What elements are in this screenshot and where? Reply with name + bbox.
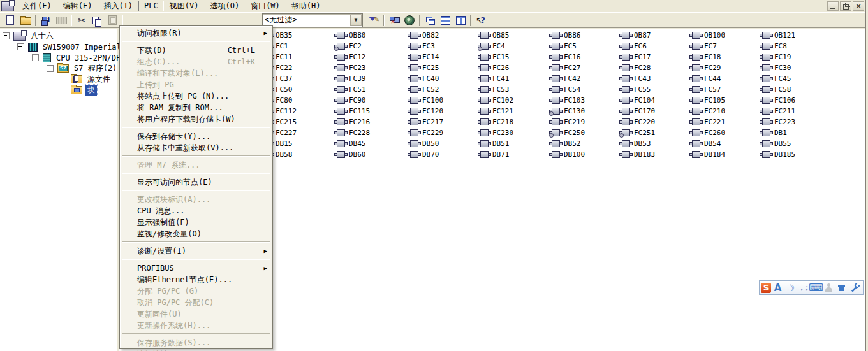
block-item[interactable]: FC41 [480, 75, 510, 83]
block-item[interactable]: FC120 [410, 107, 443, 115]
keyboard-icon[interactable]: ⌨ [810, 282, 822, 294]
block-item[interactable]: OB86 [552, 31, 581, 39]
tree-item[interactable]: 源文件 [0, 74, 117, 85]
block-item[interactable]: FC115 [337, 107, 370, 115]
menu-item[interactable]: 更改模块标识(A)... [121, 194, 272, 205]
block-item[interactable]: FC223 [762, 118, 795, 126]
block-item[interactable]: FC44 [692, 75, 721, 83]
help-button[interactable] [473, 13, 489, 27]
tile-vertical-button[interactable] [453, 13, 468, 27]
menu-item[interactable]: 将 RAM 复制到 ROM... [121, 102, 272, 113]
restore-button[interactable] [840, 1, 851, 11]
block-item[interactable]: FC57 [692, 85, 721, 94]
menu-options[interactable]: 选项(O) [204, 1, 245, 11]
block-item[interactable]: FC5 [552, 42, 577, 50]
block-item[interactable]: FC220 [622, 118, 655, 126]
block-item[interactable]: DB45 [337, 140, 366, 148]
moon-icon[interactable]: ☽ [783, 280, 798, 295]
block-item[interactable]: FC51 [337, 85, 366, 94]
block-item[interactable]: DB52 [552, 140, 581, 148]
menu-item[interactable]: 更新固件(U) [121, 308, 272, 320]
block-item[interactable]: FC43 [622, 75, 651, 83]
block-item[interactable]: FC121 [480, 107, 513, 115]
menu-file[interactable]: 文件(F) [17, 1, 57, 11]
expander-minus[interactable] [3, 32, 10, 39]
block-item[interactable]: OB100 [692, 31, 725, 39]
block-item[interactable]: OB80 [337, 31, 366, 39]
block-item[interactable]: FC6 [622, 42, 647, 50]
letter-a-icon[interactable]: A [772, 282, 784, 294]
menu-item[interactable]: 从存储卡中重新获取(V)... [121, 142, 272, 154]
menu-item[interactable]: 将站点上传到 PG (N)... [121, 90, 272, 102]
tile-horizontal-button[interactable] [438, 13, 453, 27]
block-item[interactable]: FC230 [480, 129, 513, 137]
menu-item[interactable]: 访问地址... [121, 348, 272, 351]
block-item[interactable]: FC105 [692, 96, 725, 104]
block-item[interactable]: OB85 [480, 31, 510, 39]
block-item[interactable]: DB50 [410, 140, 439, 148]
block-item[interactable]: DB185 [762, 150, 795, 159]
block-item[interactable]: FC250 [552, 129, 585, 137]
menu-item[interactable]: 显示强制值(F) [121, 217, 272, 228]
block-item[interactable]: FC218 [480, 118, 513, 126]
block-item[interactable]: FC170 [622, 107, 655, 115]
block-item[interactable]: FC23 [337, 64, 366, 72]
block-item[interactable]: DB1 [762, 129, 787, 137]
module-info-button[interactable] [402, 13, 417, 27]
filter-button[interactable] [366, 13, 381, 27]
block-item[interactable]: FC211 [762, 107, 795, 115]
tree-item[interactable]: 块 [0, 85, 117, 96]
block-item[interactable]: FC8 [762, 42, 787, 50]
tree-item[interactable]: CPU 315-2PN/DP [0, 52, 117, 63]
block-item[interactable]: FC29 [692, 64, 721, 72]
block-item[interactable]: FC130 [552, 107, 585, 115]
tree-item[interactable]: 八十六 [0, 31, 117, 41]
cascade-button[interactable] [422, 13, 438, 27]
block-item[interactable]: FC3 [410, 42, 435, 50]
minimize-button[interactable] [827, 1, 839, 11]
expander-minus[interactable] [17, 43, 24, 50]
menu-item[interactable]: 保存到存储卡(Y)... [121, 131, 272, 142]
memory-card-button[interactable] [54, 13, 69, 27]
tree-item[interactable]: S7 程序(2) [0, 63, 117, 74]
menu-item[interactable]: 诊断/设置(I)▶ [121, 245, 272, 257]
simulation-button[interactable] [386, 13, 402, 27]
expander-minus[interactable] [47, 65, 54, 72]
menu-plc[interactable]: PLC [138, 1, 164, 11]
menu-item[interactable]: 编译和下载对象(L)... [121, 68, 272, 79]
user-icon[interactable] [823, 282, 835, 294]
block-item[interactable]: FC30 [762, 64, 791, 72]
block-item[interactable]: OB87 [622, 31, 651, 39]
block-item[interactable]: FC219 [552, 118, 585, 126]
new-button[interactable] [3, 13, 18, 27]
block-item[interactable]: DB184 [692, 150, 725, 159]
menu-item[interactable]: 上传到 PG [121, 79, 272, 90]
block-item[interactable]: FC19 [762, 53, 791, 61]
tree-item[interactable]: SW159007 Imperial 3H [0, 41, 117, 52]
block-item[interactable]: FC14 [410, 53, 439, 61]
block-item[interactable]: FC2 [337, 42, 362, 50]
menu-item[interactable]: 监视/修改变量(O) [121, 228, 272, 240]
menu-item[interactable]: 访问权限(R)▶ [121, 27, 272, 39]
block-item[interactable]: DB60 [337, 150, 366, 159]
block-item[interactable]: FC103 [552, 96, 585, 104]
block-item[interactable]: FC16 [552, 53, 581, 61]
block-item[interactable]: DB71 [480, 150, 510, 159]
block-item[interactable]: DB54 [692, 140, 721, 148]
block-item[interactable]: FC28 [622, 64, 651, 72]
block-item[interactable]: FC260 [692, 129, 725, 137]
block-item[interactable]: FC7 [692, 42, 717, 50]
block-item[interactable]: DB70 [410, 150, 439, 159]
block-item[interactable]: FC17 [622, 53, 651, 61]
block-item[interactable]: FC55 [622, 85, 651, 94]
block-item[interactable]: FC221 [692, 118, 725, 126]
menu-item[interactable]: 组态(C)...Ctrl+K [121, 56, 272, 68]
filter-dropdown[interactable]: <无过滤> ▼ [262, 13, 363, 27]
block-item[interactable]: FC228 [337, 129, 370, 137]
menu-item[interactable]: 取消 PG/PC 分配(C) [121, 297, 272, 308]
block-item[interactable]: FC217 [410, 118, 443, 126]
menu-item[interactable]: 分配 PG/PC (G) [121, 285, 272, 297]
menu-item[interactable]: 下载(D)Ctrl+L [121, 45, 272, 56]
menu-edit[interactable]: 编辑(E) [57, 1, 98, 11]
menu-item[interactable]: 保存服务数据(S)... [121, 337, 272, 348]
